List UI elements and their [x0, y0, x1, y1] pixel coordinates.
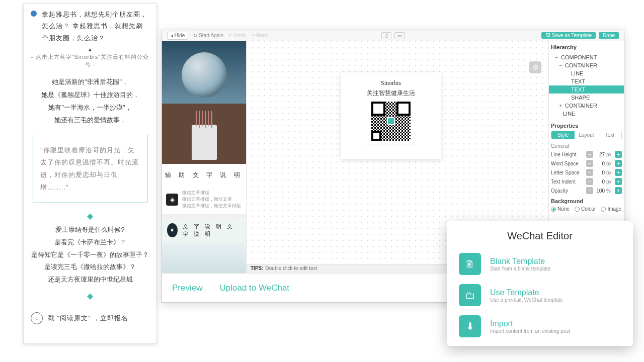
poem-line: 她是《孤独星球》十佳旅游目的，: [31, 88, 149, 101]
divider: [364, 144, 418, 144]
poem-line: 她有"一半海水，一半沙漠"，: [31, 101, 149, 114]
increment-button[interactable]: +: [615, 169, 622, 176]
template-meta: 微信文章排版 微信文章排版，微信文章 微信文章排版，微信文章排版: [182, 190, 241, 209]
badge-icon: ✦: [167, 223, 178, 237]
background-options: None Colour Image: [551, 206, 622, 212]
tree-node-line[interactable]: LINE: [551, 110, 622, 118]
poem-line: 她是清新的"非洲后花园"，: [31, 75, 149, 88]
prop-line-height: Line Height −27px+: [551, 151, 622, 158]
bg-image-radio[interactable]: Image: [601, 206, 621, 212]
qa-block: 爱上摩纳哥是什么时候? 是看完《卡萨布兰卡》？ 是得知它是《一千零一夜》的故事匣…: [31, 224, 149, 286]
download-icon: ⬇: [459, 315, 481, 337]
bullet-icon: [31, 11, 37, 17]
done-button[interactable]: Done: [599, 32, 619, 39]
triangle-up-icon: ▲: [31, 47, 149, 52]
follow-note: - 点击上方蓝字"Sinorbis"关注最有料的公众号 -: [31, 53, 149, 68]
template-card[interactable]: 辅 助 文 字 说 明 ◈ 微信文章排版 微信文章排版，微信文章 微信文章排版，…: [162, 41, 246, 215]
decrement-button[interactable]: −: [586, 160, 593, 167]
tree-node-text-selected[interactable]: TEXT: [549, 85, 624, 94]
quote-box: "你眼里映着摩洛哥的月光，失去了你的叹息温情不再。时光流逝，对你的爱恋却与日俱增…: [33, 135, 147, 204]
card-name: Sinorbis: [346, 79, 436, 87]
increment-button[interactable]: +: [615, 178, 622, 185]
qa-line: 是得知它是《一千零一夜》的故事匣子？: [31, 249, 149, 261]
folder-icon: 🗀: [459, 284, 481, 306]
preview-button[interactable]: Preview: [172, 283, 202, 293]
increment-button[interactable]: +: [615, 160, 622, 167]
shield-icon: ◈: [166, 194, 178, 206]
modal-option-import[interactable]: ⬇ ImportImport content from an existing …: [459, 315, 621, 337]
article-footer[interactable]: ↓ 戳 "阅读原文" ，立即报名: [31, 306, 149, 324]
prop-text-indent: Text Indent −0px+: [551, 178, 622, 185]
qa-line: 是看完《卡萨布兰卡》？: [31, 236, 149, 249]
qa-line: 还是天方夜谭里的中世纪星城: [31, 274, 149, 286]
article-title: 拿起雅思书，就想先刷个朋友圈，怎么治？ 拿起雅思书，就想先刷个朋友圈，怎么治？: [42, 9, 149, 44]
read-original-link[interactable]: 戳 "阅读原文" ，立即报名: [48, 314, 128, 323]
save-template-button[interactable]: 🖫 Save as Template: [541, 32, 596, 39]
gear-icon[interactable]: ⚙: [529, 61, 541, 73]
modal-option-use-template[interactable]: 🗀 Use TemplateUse a pre-built WeChat tem…: [459, 284, 621, 306]
redo-button[interactable]: ↷ Redo: [251, 33, 269, 38]
qr-card-component[interactable]: Sinorbis 关注智慧健康生活: [341, 72, 441, 159]
tips-label: TIPS:: [251, 265, 264, 271]
tips-text: Double click to edit text: [266, 265, 317, 271]
tree-node-shape[interactable]: SHAPE: [551, 94, 622, 102]
template-caption: 文 字 说 明 文 字 说 明: [183, 223, 242, 238]
decrement-button[interactable]: −: [586, 187, 593, 194]
increment-button[interactable]: +: [615, 151, 622, 158]
prop-word-space: Word Space −0px+: [551, 160, 622, 167]
decrement-button[interactable]: −: [586, 178, 593, 185]
properties-tabs[interactable]: Style Layout Text: [551, 131, 622, 139]
poem-line: 她还有三毛的爱情故事，: [31, 114, 149, 126]
tab-layout[interactable]: Layout: [575, 131, 598, 139]
mobile-view-button[interactable]: ▯: [381, 32, 391, 39]
template-card[interactable]: [162, 243, 246, 273]
properties-heading: Properties: [551, 123, 622, 129]
wechat-editor-modal: WeChat Editor 🗎 Blank TemplateStart from…: [447, 221, 633, 346]
increment-button[interactable]: +: [615, 187, 622, 194]
qa-line: 爱上摩纳哥是什么时候?: [31, 224, 149, 236]
prop-letter-space: Letter Space −0px+: [551, 169, 622, 176]
tree-node-component[interactable]: −COMPONENT: [551, 53, 622, 61]
upload-wechat-button[interactable]: Upload to WeChat: [219, 283, 289, 293]
poem-block: 她是清新的"非洲后花园"， 她是《孤独星球》十佳旅游目的， 她有"一半海水，一半…: [31, 75, 149, 126]
template-gallery[interactable]: 辅 助 文 字 说 明 ◈ 微信文章排版 微信文章排版，微信文章 微信文章排版，…: [162, 41, 247, 273]
background-heading: Background: [551, 198, 622, 204]
start-again-button[interactable]: ↻ Start Again: [193, 33, 223, 38]
decrement-button[interactable]: −: [586, 151, 593, 158]
tree-node-line[interactable]: LINE: [551, 69, 622, 77]
template-card[interactable]: ✦ 文 字 说 明 文 字 说 明: [162, 215, 246, 243]
card-tagline: 关注智慧健康生活: [346, 89, 436, 98]
bg-colour-radio[interactable]: Colour: [575, 206, 596, 212]
editor-toolbar: ◂ Hide ↻ Start Again ↶ Undo ↷ Redo ▯ ▭ 🖫…: [162, 30, 624, 41]
hierarchy-heading: Hierarchy: [551, 44, 622, 50]
decrement-button[interactable]: −: [586, 169, 593, 176]
tab-text[interactable]: Text: [598, 131, 621, 139]
diamond-icon: ◆: [31, 291, 149, 301]
modal-title: WeChat Editor: [459, 230, 621, 242]
tab-style[interactable]: Style: [551, 131, 575, 139]
bubble-image: [182, 52, 227, 98]
diamond-icon: ◆: [31, 211, 149, 221]
modal-option-blank[interactable]: 🗎 Blank TemplateStart from a blank templ…: [459, 253, 621, 275]
general-heading: General: [551, 143, 622, 149]
paintbrush-image: [192, 125, 217, 160]
qr-code-icon: [371, 102, 411, 141]
file-icon: 🗎: [459, 253, 481, 275]
undo-button[interactable]: ↶ Undo: [228, 33, 246, 38]
qa-line: 是读完三毛《撒哈拉的故事》？: [31, 261, 149, 274]
hide-button[interactable]: ◂ Hide: [167, 32, 188, 40]
desktop-view-button[interactable]: ▭: [394, 32, 405, 39]
tree-node-text[interactable]: TEXT: [551, 77, 622, 85]
tree-node-container[interactable]: −CONTAINER: [551, 61, 622, 69]
template-caption: 辅 助 文 字 说 明: [162, 164, 246, 187]
prop-opacity: Opacity −100%+: [551, 187, 622, 194]
download-icon: ↓: [31, 312, 43, 324]
bg-none-radio[interactable]: None: [551, 206, 570, 212]
article-preview-panel: 拿起雅思书，就想先刷个朋友圈，怎么治？ 拿起雅思书，就想先刷个朋友圈，怎么治？ …: [23, 3, 157, 344]
tree-node-container[interactable]: +CONTAINER: [551, 102, 622, 110]
